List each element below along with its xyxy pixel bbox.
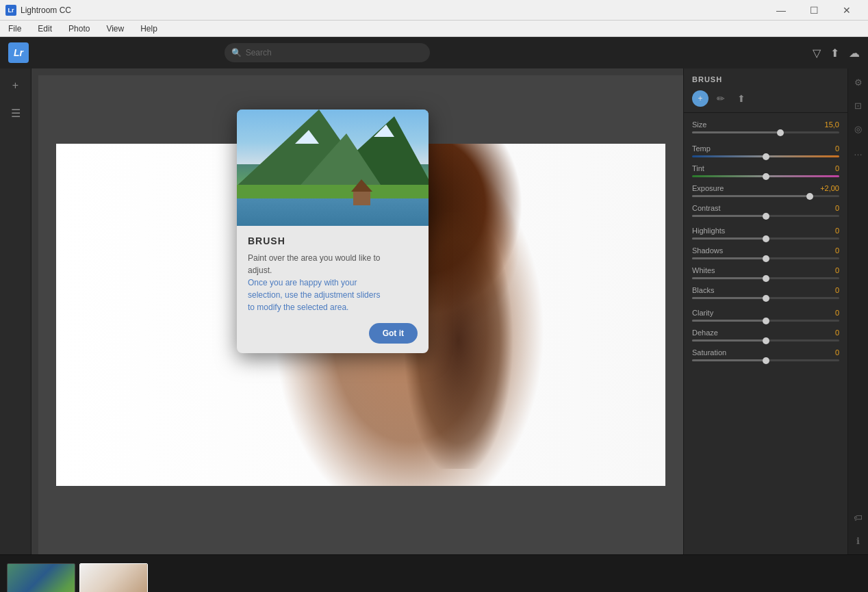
slider-row-saturation: Saturation0	[684, 345, 847, 365]
filmstrip	[0, 554, 868, 592]
erase-brush-icon[interactable]: ✏	[713, 90, 729, 107]
slider-thumb-saturation[interactable]	[763, 357, 769, 364]
more-icon[interactable]: …	[852, 145, 865, 159]
slider-track-saturation[interactable]	[692, 359, 839, 361]
topbar-right: ▽ ⬆ ☁	[813, 47, 860, 60]
slider-label-dehaze: Dehaze0	[692, 329, 839, 337]
slider-track-exposure[interactable]	[692, 195, 839, 197]
slider-label-text-exposure: Exposure	[692, 184, 724, 192]
size-track[interactable]	[692, 131, 839, 133]
slider-row-dehaze: Dehaze0	[684, 325, 847, 345]
slider-label-saturation: Saturation0	[692, 348, 839, 357]
crop-icon[interactable]: ⊡	[852, 99, 865, 112]
slider-row-exposure: Exposure+2,00	[684, 181, 847, 201]
filmstrip-thumb-1[interactable]	[7, 563, 75, 592]
filmstrip-thumb-2[interactable]	[79, 563, 148, 592]
adjust-icon[interactable]: ⚙	[852, 75, 865, 89]
slider-label-text-clarity: Clarity	[692, 309, 713, 317]
got-it-button[interactable]: Got it	[369, 323, 418, 344]
maximize-button[interactable]: ☐	[798, 0, 830, 21]
tooltip-content: BRUSH Paint over the area you would like…	[237, 226, 429, 353]
slider-track-tint[interactable]	[692, 175, 839, 177]
overlay-icon[interactable]: ⬆	[733, 90, 750, 107]
canvas-area: BRUSH Paint over the area you would like…	[31, 68, 683, 554]
titlebar: Lr Lightroom CC — ☐ ✕	[0, 0, 868, 21]
tooltip-desc-3: Once you are happy with your	[248, 278, 357, 287]
tooltip-desc-1: Paint over the area you would like to	[248, 253, 380, 263]
slider-thumb-highlights[interactable]	[763, 235, 769, 242]
cloud-icon[interactable]: ☁	[849, 47, 860, 60]
tooltip-desc-2: adjust.	[248, 266, 272, 275]
add-icon[interactable]: +	[5, 75, 26, 96]
slider-thumb-whites[interactable]	[763, 275, 769, 282]
panel-header: BRUSH	[684, 68, 847, 88]
filter-icon[interactable]: ▽	[813, 47, 821, 60]
slider-label-highlights: Highlights0	[692, 227, 839, 235]
slider-value-clarity: 0	[835, 309, 839, 317]
menu-file[interactable]: File	[5, 23, 24, 35]
menu-view[interactable]: View	[103, 23, 127, 35]
slider-track-shadows[interactable]	[692, 257, 839, 259]
slider-thumb-temp[interactable]	[763, 153, 769, 160]
add-brush-button[interactable]: +	[692, 90, 709, 107]
library-icon[interactable]: ☰	[5, 103, 26, 123]
main: + ☰	[0, 68, 868, 554]
tooltip-desc-5: to modify the selected area.	[248, 303, 348, 312]
share-icon[interactable]: ⬆	[830, 47, 839, 60]
slider-value-exposure: +2,00	[820, 184, 839, 192]
slider-label-text-blacks: Blacks	[692, 286, 714, 294]
slider-label-text-saturation: Saturation	[692, 348, 726, 357]
size-thumb[interactable]	[777, 129, 784, 136]
topbar: Lr 🔍 Search ▽ ⬆ ☁	[0, 37, 868, 68]
slider-row-temp: Temp0	[684, 141, 847, 161]
slider-value-tint: 0	[835, 164, 839, 172]
slider-label-clarity: Clarity0	[692, 309, 839, 317]
brush-tooltip: BRUSH Paint over the area you would like…	[237, 110, 429, 353]
slider-value-saturation: 0	[835, 348, 839, 357]
slider-value-whites: 0	[835, 266, 839, 274]
sliders-container: Temp0Tint0Exposure+2,00Contrast0Highligh…	[684, 141, 847, 365]
slider-value-dehaze: 0	[835, 329, 839, 337]
slider-thumb-clarity[interactable]	[763, 318, 769, 324]
close-button[interactable]: ✕	[831, 0, 863, 21]
slider-thumb-tint[interactable]	[763, 173, 769, 180]
tooltip-description: Paint over the area you would like to ad…	[248, 252, 418, 313]
slider-label-text-highlights: Highlights	[692, 227, 725, 235]
tag-icon[interactable]: 🏷	[852, 511, 865, 524]
slider-label-text-temp: Temp	[692, 144, 711, 153]
slider-label-text-whites: Whites	[692, 266, 715, 274]
slider-thumb-dehaze[interactable]	[763, 337, 769, 344]
slider-track-temp[interactable]	[692, 155, 839, 157]
info-icon[interactable]: ℹ	[852, 534, 865, 548]
slider-track-contrast[interactable]	[692, 215, 839, 217]
tooltip-image	[237, 110, 429, 226]
slider-track-highlights[interactable]	[692, 237, 839, 240]
slider-thumb-exposure[interactable]	[806, 193, 813, 200]
slider-track-dehaze[interactable]	[692, 339, 839, 342]
slider-row-contrast: Contrast0	[684, 201, 847, 220]
minimize-button[interactable]: —	[765, 0, 797, 21]
slider-track-blacks[interactable]	[692, 297, 839, 299]
slider-thumb-contrast[interactable]	[763, 213, 769, 220]
slider-label-text-shadows: Shadows	[692, 246, 723, 255]
slider-track-whites[interactable]	[692, 277, 839, 279]
search-bar[interactable]: 🔍 Search	[225, 43, 430, 62]
slider-row-shadows: Shadows0	[684, 243, 847, 263]
search-icon: 🔍	[231, 48, 242, 57]
menu-help[interactable]: Help	[138, 23, 160, 35]
app-icon: Lr	[5, 5, 16, 16]
menu-edit[interactable]: Edit	[35, 23, 55, 35]
slider-thumb-shadows[interactable]	[763, 255, 769, 262]
slider-row-whites: Whites0	[684, 263, 847, 283]
slider-track-clarity[interactable]	[692, 320, 839, 322]
titlebar-controls[interactable]: — ☐ ✕	[765, 0, 863, 21]
slider-label-shadows: Shadows0	[692, 246, 839, 255]
slider-label-whites: Whites0	[692, 266, 839, 274]
slider-label-text-tint: Tint	[692, 164, 704, 172]
size-value: 15,0	[825, 120, 839, 129]
right-panel: BRUSH + ✏ ⬆ Size 15,0 Temp0Tint0Exposure…	[683, 68, 847, 554]
slider-thumb-blacks[interactable]	[763, 295, 769, 302]
menu-photo[interactable]: Photo	[66, 23, 92, 35]
heal-icon[interactable]: ◎	[852, 122, 865, 136]
slider-row-clarity: Clarity0	[684, 305, 847, 325]
